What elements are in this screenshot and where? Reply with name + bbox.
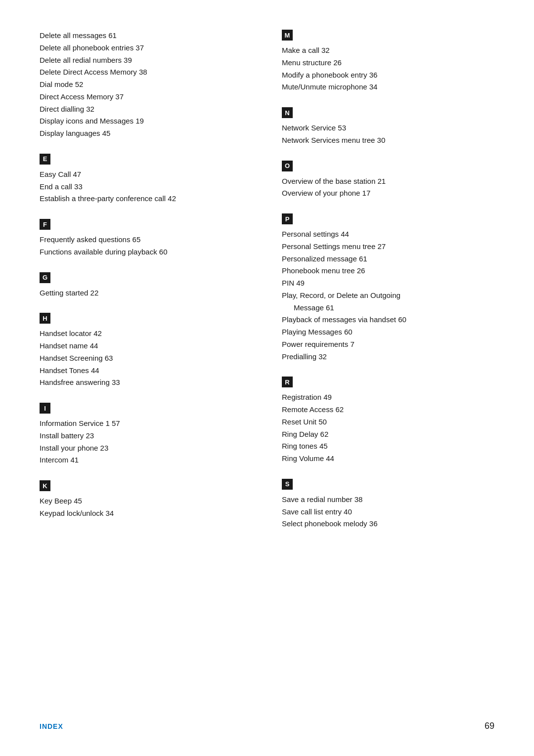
list-item: Reset Unit 50 (282, 416, 494, 428)
list-item: Network Service 53 (282, 122, 494, 134)
f-section: F Frequently asked questions 65 Function… (40, 219, 252, 258)
list-item: Getting started 22 (40, 287, 252, 299)
n-items: Network Service 53 Network Services menu… (282, 122, 494, 147)
list-item: Personalized message 61 (282, 253, 494, 265)
list-item: Delete Direct Access Memory 38 (40, 66, 252, 79)
k-items: Key Beep 45 Keypad lock/unlock 34 (40, 495, 252, 520)
list-item: Menu structure 26 (282, 57, 494, 69)
o-items: Overview of the base station 21 Overview… (282, 175, 494, 200)
list-item: Select phonebook melody 36 (282, 518, 494, 530)
list-item: Keypad lock/unlock 34 (40, 507, 252, 520)
section-letter-m: M (282, 30, 293, 41)
list-item: Mute/Unmute microphone 34 (282, 81, 494, 93)
right-column: M Make a call 32 Menu structure 26 Modif… (282, 30, 494, 544)
list-item indented: Message 61 (282, 302, 494, 314)
list-item: Phonebook menu tree 26 (282, 265, 494, 277)
list-item: Personal Settings menu tree 27 (282, 241, 494, 253)
list-item: Handset locator 42 (40, 328, 252, 340)
list-item: Display languages 45 (40, 127, 252, 140)
list-item: Play, Record, or Delete an Outgoing (282, 290, 494, 302)
section-letter-k: K (40, 480, 50, 491)
list-item: Display icons and Messages 19 (40, 115, 252, 127)
list-item: Modify a phonebook entry 36 (282, 69, 494, 82)
list-item: Handset Tones 44 (40, 365, 252, 377)
list-item: Ring Volume 44 (282, 453, 494, 465)
n-section: N Network Service 53 Network Services me… (282, 107, 494, 147)
list-item: Handsfree answering 33 (40, 377, 252, 389)
list-item: Overview of the base station 21 (282, 175, 494, 188)
section-letter-p: P (282, 213, 293, 224)
section-letter-n: N (282, 107, 293, 118)
e-items: Easy Call 47 End a call 33 Establish a t… (40, 168, 252, 205)
o-section: O Overview of the base station 21 Overvi… (282, 161, 494, 200)
list-item: Ring Delay 62 (282, 428, 494, 441)
section-letter-s: S (282, 479, 293, 490)
list-item: Playing Messages 60 (282, 326, 494, 338)
list-item: Personal settings 44 (282, 228, 494, 241)
list-item: Install your phone 23 (40, 442, 252, 455)
list-item: Handset Screening 63 (40, 352, 252, 365)
list-item: Network Services menu tree 30 (282, 134, 494, 147)
m-items: Make a call 32 Menu structure 26 Modify … (282, 44, 494, 93)
f-items: Frequently asked questions 65 Functions … (40, 234, 252, 258)
r-section: R Registration 49 Remote Access 62 Reset… (282, 377, 494, 465)
list-item: Direct dialling 32 (40, 103, 252, 116)
section-letter-i: I (40, 403, 50, 414)
h-items: Handset locator 42 Handset name 44 Hands… (40, 328, 252, 389)
list-item: Establish a three-party conference call … (40, 193, 252, 205)
list-item: Information Service 1 57 (40, 418, 252, 430)
section-letter-o: O (282, 161, 293, 171)
d-items: Delete all messages 61 Delete all phoneb… (40, 30, 252, 140)
list-item: Power requirements 7 (282, 338, 494, 351)
i-items: Information Service 1 57 Install battery… (40, 418, 252, 466)
section-letter-e: E (40, 154, 50, 165)
list-item: Handset name 44 (40, 340, 252, 352)
r-items: Registration 49 Remote Access 62 Reset U… (282, 391, 494, 465)
i-section: I Information Service 1 57 Install batte… (40, 403, 252, 466)
p-section: P Personal settings 44 Personal Settings… (282, 213, 494, 363)
d-section: Delete all messages 61 Delete all phoneb… (40, 30, 252, 140)
list-item: End a call 33 (40, 181, 252, 193)
list-item: Make a call 32 (282, 44, 494, 57)
list-item: Direct Access Memory 37 (40, 91, 252, 103)
list-item: Functions available during playback 60 (40, 246, 252, 258)
list-item: Install battery 23 (40, 430, 252, 442)
list-item: Predialling 32 (282, 351, 494, 363)
list-item: Delete all redial numbers 39 (40, 54, 252, 67)
s-items: Save a redial number 38 Save call list e… (282, 494, 494, 530)
list-item: Delete all phonebook entries 37 (40, 42, 252, 54)
section-letter-h: H (40, 313, 50, 324)
list-item: Intercom 41 (40, 454, 252, 466)
list-item: Registration 49 (282, 391, 494, 404)
section-letter-g: G (40, 272, 50, 283)
list-item: Save a redial number 38 (282, 494, 494, 506)
left-column: Delete all messages 61 Delete all phoneb… (40, 30, 252, 544)
list-item: Save call list entry 40 (282, 506, 494, 518)
list-item: Key Beep 45 (40, 495, 252, 507)
list-item: Playback of messages via handset 60 (282, 314, 494, 326)
list-item: Frequently asked questions 65 (40, 234, 252, 246)
section-letter-f: F (40, 219, 50, 230)
e-section: E Easy Call 47 End a call 33 Establish a… (40, 154, 252, 205)
list-item: Overview of your phone 17 (282, 187, 494, 200)
m-section: M Make a call 32 Menu structure 26 Modif… (282, 30, 494, 93)
g-section: G Getting started 22 (40, 272, 252, 299)
p-items: Personal settings 44 Personal Settings m… (282, 228, 494, 363)
k-section: K Key Beep 45 Keypad lock/unlock 34 (40, 480, 252, 520)
list-item: Remote Access 62 (282, 404, 494, 416)
list-item: Delete all messages 61 (40, 30, 252, 42)
section-letter-r: R (282, 377, 293, 387)
list-item: Dial mode 52 (40, 79, 252, 91)
list-item: Easy Call 47 (40, 168, 252, 181)
g-items: Getting started 22 (40, 287, 252, 299)
footer-index-label: INDEX (40, 722, 63, 730)
list-item: PIN 49 (282, 277, 494, 290)
footer-page-number: 69 (485, 721, 494, 731)
list-item: Ring tones 45 (282, 440, 494, 453)
s-section: S Save a redial number 38 Save call list… (282, 479, 494, 530)
h-section: H Handset locator 42 Handset name 44 Han… (40, 313, 252, 389)
page-footer: INDEX 69 (40, 721, 494, 731)
